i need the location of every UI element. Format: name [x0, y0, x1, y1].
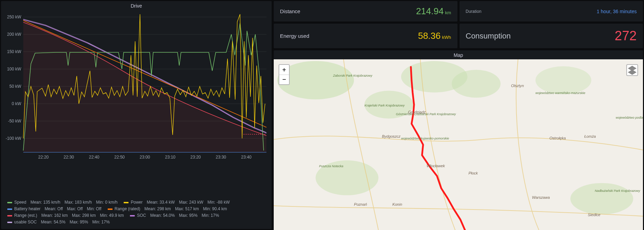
svg-text:22:30: 22:30	[64, 155, 74, 160]
map-city-label: Łomża	[584, 134, 596, 138]
consumption-value: 272	[615, 28, 637, 43]
drive-legend: Speed Mean: 135 km/h Max: 183 km/h Min: …	[1, 197, 272, 229]
svg-text:50 kW: 50 kW	[9, 84, 22, 89]
soc-swatch	[130, 215, 135, 216]
map-panel[interactable]: Map	[274, 50, 643, 230]
range-est-swatch	[7, 215, 12, 216]
svg-text:23:20: 23:20	[190, 155, 201, 160]
map-title: Map	[274, 50, 643, 59]
svg-text:23:10: 23:10	[165, 155, 175, 160]
drive-panel-title: Drive	[1, 1, 272, 10]
svg-text:Górznieńsko-Lidzbarski Park Kr: Górznieńsko-Lidzbarski Park Krajobrazowy	[396, 112, 456, 116]
svg-point-34	[570, 183, 633, 214]
svg-text:0 kW: 0 kW	[12, 101, 22, 106]
map-city-label: Włocławek	[427, 164, 445, 168]
consumption-label: Consumption	[466, 32, 511, 41]
distance-label: Distance	[280, 8, 300, 14]
energy-label: Energy used	[280, 33, 309, 39]
distance-value: 214.94km	[416, 6, 451, 17]
svg-text:200 kW: 200 kW	[7, 32, 21, 37]
usable-soc-swatch	[7, 222, 12, 223]
heater-swatch	[7, 208, 12, 210]
legend-item[interactable]: SOC Mean: 54.0% Max: 95% Min: 17%	[130, 212, 219, 219]
legend-item[interactable]: Speed Mean: 135 km/h Max: 183 km/h Min: …	[7, 199, 117, 206]
drive-chart-panel[interactable]: Drive 250 kW 200 kW	[1, 1, 272, 229]
map-city-label: Siedlce	[588, 213, 600, 217]
svg-text:-50 kW: -50 kW	[8, 119, 22, 123]
map-canvas[interactable]: Bydgoszcz Poznań Włocławek Płock Warszaw…	[274, 59, 643, 230]
map-city-label: Konin	[393, 202, 402, 206]
svg-text:23:00: 23:00	[140, 155, 150, 160]
svg-text:23:40: 23:40	[241, 155, 251, 160]
distance-panel[interactable]: Distance 214.94km	[274, 1, 457, 22]
svg-text:100 kW: 100 kW	[7, 67, 21, 71]
legend-item[interactable]: Power Mean: 33.4 kW Max: 243 kW Min: -88…	[124, 199, 230, 206]
svg-text:-100 kW: -100 kW	[6, 136, 21, 141]
svg-text:150 kW: 150 kW	[7, 49, 21, 54]
speed-swatch	[7, 202, 12, 203]
svg-text:250 kW: 250 kW	[7, 15, 21, 19]
svg-text:Puszcza Notecka: Puszcza Notecka	[319, 164, 344, 168]
svg-text:22:40: 22:40	[89, 155, 99, 160]
svg-point-33	[452, 70, 501, 97]
drive-chart-area[interactable]: 250 kW 200 kW 150 kW 100 kW 50 kW 0 kW -…	[4, 14, 269, 196]
duration-value: 1 hour, 36 minutes	[597, 9, 637, 14]
zoom-out-button[interactable]: −	[279, 75, 289, 84]
map-city-label: Poznań	[354, 202, 367, 206]
svg-text:Nadbużański Park Krajobrazowy: Nadbużański Park Krajobrazowy	[595, 189, 640, 193]
svg-point-35	[536, 66, 592, 94]
map-city-label: Olsztyn	[511, 84, 524, 88]
consumption-panel[interactable]: Consumption 272	[460, 24, 643, 48]
range-rated-swatch	[108, 208, 113, 210]
map-city-label: Warszawa	[532, 195, 550, 199]
svg-text:Zaborski Park Krajobrazowy: Zaborski Park Krajobrazowy	[333, 74, 372, 77]
svg-text:Krajeński Park Krajobrazowy: Krajeński Park Krajobrazowy	[364, 104, 405, 107]
layers-icon	[627, 65, 637, 75]
energy-panel[interactable]: Energy used 58.36kWh	[274, 24, 457, 48]
map-city-label: Płock	[469, 171, 478, 175]
map-layers-button[interactable]	[626, 64, 638, 76]
map-city-label: Ostrołęka	[550, 136, 566, 140]
map-city-label: Bydgoszcz	[382, 134, 401, 138]
energy-value: 58.36kWh	[418, 31, 451, 41]
svg-text:województwo podlaskie: województwo podlaskie	[616, 116, 643, 119]
svg-text:22:50: 22:50	[114, 155, 125, 160]
legend-item[interactable]: Range (rated) Mean: 298 km Max: 517 km M…	[108, 206, 227, 212]
legend-item[interactable]: Range (est.) Mean: 162 km Max: 298 km Mi…	[7, 212, 124, 219]
svg-text:województwo kujawsko-pomorskie: województwo kujawsko-pomorskie	[401, 137, 449, 140]
svg-text:23:30: 23:30	[216, 155, 226, 160]
svg-text:województwo warmińsko-mazurski: województwo warmińsko-mazurskie	[536, 91, 586, 95]
map-zoom-control: + −	[279, 64, 290, 85]
duration-panel[interactable]: Duration 1 hour, 36 minutes	[460, 1, 643, 22]
power-swatch	[124, 202, 129, 203]
duration-label: Duration	[466, 9, 481, 14]
legend-item[interactable]: Battery heater Mean: Off Max: Off Min: O…	[7, 206, 101, 212]
legend-item[interactable]: usable SOC Mean: 54.5% Max: 95% Min: 17%	[7, 219, 110, 225]
svg-text:22:20: 22:20	[38, 155, 49, 160]
zoom-in-button[interactable]: +	[279, 65, 289, 75]
